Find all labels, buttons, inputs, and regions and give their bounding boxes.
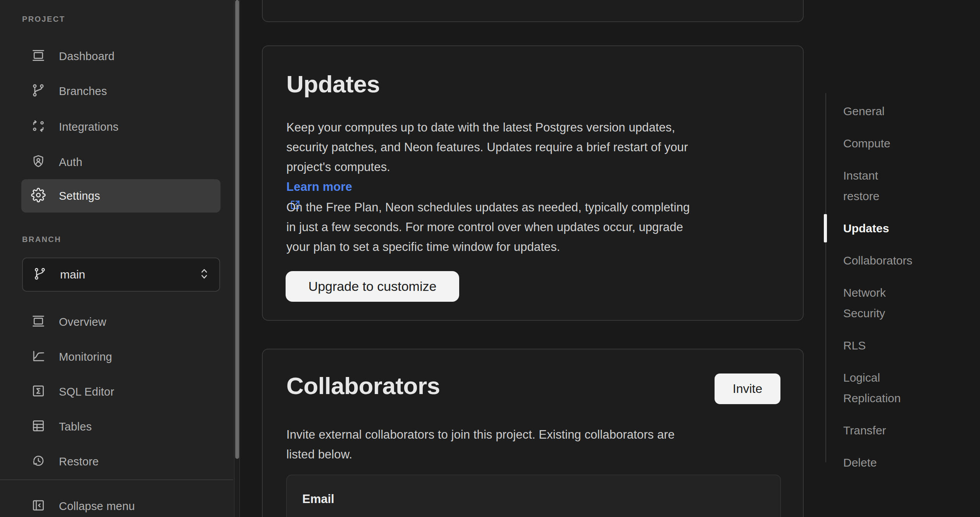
settings-section-nav: General Compute Instant restore Updates … xyxy=(825,93,978,462)
updates-description-line: security patches, and Neon features. Upd… xyxy=(286,137,790,157)
branch-selector-value: main xyxy=(60,268,85,281)
restore-history-icon xyxy=(31,453,46,470)
sidebar-item-label: Settings xyxy=(59,190,100,202)
collaborators-card-title: Collaborators xyxy=(286,373,440,398)
sidebar-divider xyxy=(0,479,233,480)
sql-editor-icon xyxy=(31,384,46,400)
sidebar-item-label: Integrations xyxy=(59,121,119,133)
updates-card-title: Updates xyxy=(286,72,380,97)
branch-icon xyxy=(33,267,47,282)
sidebar: PROJECT Dashboard Branches xyxy=(0,0,234,517)
collaborators-description: Invite external collaborators to join th… xyxy=(286,425,790,464)
sidebar-scrollbar-track[interactable] xyxy=(234,0,240,517)
sidebar-item-label: Overview xyxy=(59,316,106,329)
nav-item-transfer[interactable]: Transfer xyxy=(843,420,911,441)
learn-more-link[interactable]: Learn more xyxy=(286,180,352,194)
sidebar-item-label: Auth xyxy=(59,156,82,169)
sidebar-item-restore[interactable]: Restore xyxy=(21,445,220,478)
upgrade-to-customize-button[interactable]: Upgrade to customize xyxy=(286,271,459,302)
collapse-menu-button[interactable]: Collapse menu xyxy=(21,489,220,517)
branch-icon xyxy=(31,83,46,99)
sidebar-item-dashboard[interactable]: Dashboard xyxy=(21,40,220,73)
nav-item-collaborators[interactable]: Collaborators xyxy=(843,250,911,271)
sidebar-item-tables[interactable]: Tables xyxy=(21,410,220,443)
nav-item-updates[interactable]: Updates xyxy=(843,218,911,239)
nav-item-instant-restore[interactable]: Instant restore xyxy=(843,165,911,206)
nav-item-network-security[interactable]: Network Security xyxy=(843,282,911,323)
sidebar-item-label: Dashboard xyxy=(59,50,115,63)
sidebar-item-settings[interactable]: Settings xyxy=(21,179,220,213)
sidebar-item-monitoring[interactable]: Monitoring xyxy=(21,340,220,373)
gear-icon xyxy=(31,188,46,204)
collapse-menu-label: Collapse menu xyxy=(59,500,135,513)
auth-shield-icon xyxy=(31,154,46,170)
updates-description-line: Keep your computes up to date with the l… xyxy=(286,118,790,137)
nav-item-delete[interactable]: Delete xyxy=(843,452,911,473)
branch-selector[interactable]: main xyxy=(22,258,220,292)
sidebar-item-label: Tables xyxy=(59,420,92,433)
collaborators-description-line: Invite external collaborators to join th… xyxy=(286,425,790,444)
updates-card: Updates Keep your computes up to date wi… xyxy=(262,45,804,321)
collaborators-table: Email xyxy=(286,475,781,517)
sidebar-item-branches[interactable]: Branches xyxy=(21,74,220,108)
sidebar-item-auth[interactable]: Auth xyxy=(21,145,220,179)
nav-item-logical-replication[interactable]: Logical Replication xyxy=(843,367,911,408)
branch-section-label: BRANCH xyxy=(22,235,61,244)
collaborators-card: Collaborators Invite Invite external col… xyxy=(262,349,804,517)
sidebar-item-label: Restore xyxy=(59,455,99,468)
sidebar-item-label: Monitoring xyxy=(59,351,112,363)
collapse-panel-icon xyxy=(31,498,46,514)
project-section-label: PROJECT xyxy=(22,15,65,24)
tables-icon xyxy=(31,418,46,435)
sidebar-item-sql-editor[interactable]: SQL Editor xyxy=(21,375,220,408)
sidebar-item-label: SQL Editor xyxy=(59,386,114,398)
updates-note-line: your plan to set a specific time window … xyxy=(286,237,790,257)
sidebar-scrollbar-thumb[interactable] xyxy=(235,0,239,459)
chevron-up-down-icon xyxy=(199,268,209,282)
updates-note-line: On the Free Plan, Neon schedules updates… xyxy=(286,197,790,217)
invite-button[interactable]: Invite xyxy=(715,373,780,404)
overview-icon xyxy=(31,314,46,330)
dashboard-icon xyxy=(31,48,46,64)
updates-free-plan-note: On the Free Plan, Neon schedules updates… xyxy=(286,197,790,257)
sidebar-item-label: Branches xyxy=(59,85,107,98)
monitoring-icon xyxy=(31,349,46,365)
sidebar-item-integrations[interactable]: Integrations xyxy=(21,110,220,144)
updates-description-line: project's computes. xyxy=(286,157,790,177)
integrations-icon xyxy=(31,119,46,135)
updates-note-line: in just a few seconds. For more control … xyxy=(286,217,790,237)
nav-item-compute[interactable]: Compute xyxy=(843,133,911,154)
previous-settings-card-partial xyxy=(262,0,804,22)
email-column-header: Email xyxy=(302,492,334,506)
collaborators-description-line: listed below. xyxy=(286,444,790,464)
sidebar-item-overview[interactable]: Overview xyxy=(21,305,220,339)
neon-console-settings-page: PROJECT Dashboard Branches xyxy=(0,0,980,517)
nav-item-rls[interactable]: RLS xyxy=(843,335,911,356)
nav-item-general[interactable]: General xyxy=(843,101,911,121)
